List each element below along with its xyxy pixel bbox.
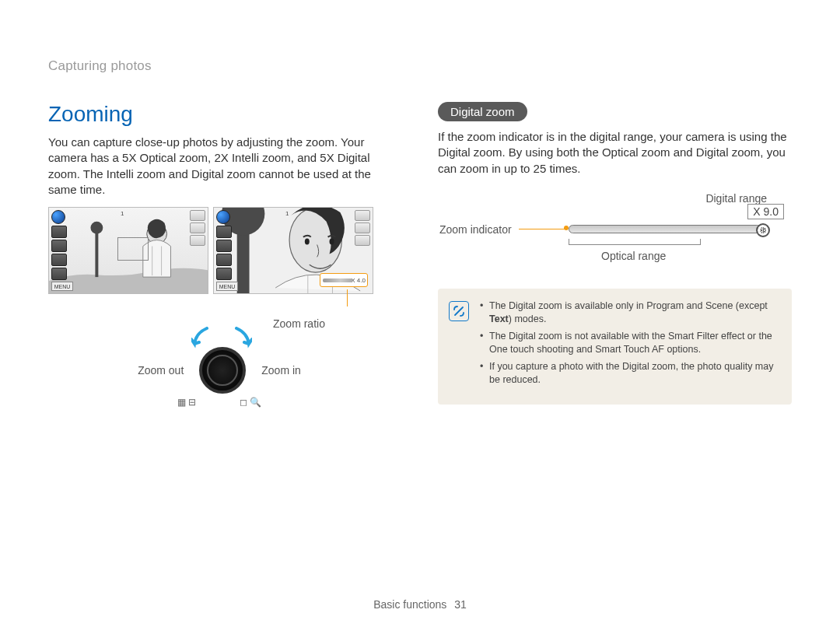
zoom-ratio-box: X 4.0: [320, 273, 368, 287]
shot-count: 1: [285, 210, 289, 217]
mode-icon: [216, 210, 230, 224]
note-list: The Digital zoom is available only in Pr…: [480, 299, 778, 391]
timer-icon: [216, 254, 232, 266]
mode-icon: [51, 210, 65, 224]
memory-icon: [190, 222, 205, 233]
footer-section: Basic functions: [373, 598, 446, 611]
note-bold: Text: [489, 313, 509, 324]
option-icon: [355, 235, 370, 246]
zoom-value-box: X 9.0: [747, 204, 784, 219]
note-text: The Digital zoom is not available with t…: [489, 331, 772, 356]
zoom-in-glyph-icon: ◻ 🔍: [240, 397, 261, 408]
zoom-bar: X 9.0: [569, 225, 761, 233]
menu-button: MENU: [51, 282, 73, 291]
leader-line: [347, 289, 348, 306]
svg-point-8: [305, 239, 310, 245]
arrow-left-icon: [191, 327, 210, 349]
camera-screen-zoomed: 1 MENU X 4.0: [213, 207, 373, 294]
footer-page-number: 31: [454, 598, 467, 611]
svg-rect-1: [95, 231, 98, 277]
optical-bracket: [569, 239, 701, 245]
flash-icon: [216, 226, 232, 238]
leader-line: [519, 229, 565, 230]
memory-icon: [355, 222, 370, 233]
zoom-out-glyph-icon: ▦ ⊟: [177, 397, 196, 408]
left-column: Zooming You can capture close-up photos …: [48, 102, 402, 408]
digital-range-label: Digital range: [705, 192, 767, 205]
battery-icon: [355, 210, 370, 221]
zoom-indicator-label: Zoom indicator: [439, 223, 512, 236]
camera-screenshots: 1 MENU: [48, 207, 402, 294]
note-item: The Digital zoom is available only in Pr…: [480, 299, 778, 327]
zoom-knob-icon: [756, 223, 770, 237]
optical-range-label: Optical range: [601, 250, 666, 262]
note-text: ) modes.: [509, 313, 547, 324]
section-heading: Zooming: [48, 102, 402, 127]
intro-paragraph: You can capture close-up photos by adjus…: [48, 135, 402, 198]
ev-icon: [51, 268, 67, 280]
note-text: If you capture a photo with the Digital …: [489, 361, 774, 386]
arrow-right-icon: [233, 327, 252, 349]
breadcrumb: Capturing photos: [48, 58, 792, 74]
af-icon: [216, 240, 232, 252]
zoom-ratio-value: X 4.0: [351, 277, 366, 284]
note-item: If you capture a photo with the Digital …: [480, 360, 778, 387]
lens-diagram: Zoom out Zoom in: [95, 347, 344, 394]
timer-icon: [51, 254, 67, 266]
note-box: The Digital zoom is available only in Pr…: [438, 289, 792, 405]
page-footer: Basic functions 31: [0, 598, 840, 611]
option-icon: [190, 235, 205, 246]
focus-box: [117, 237, 149, 261]
note-icon: [449, 301, 469, 321]
note-text: The Digital zoom is available only in Pr…: [489, 300, 768, 311]
svg-point-9: [330, 239, 334, 245]
note-item: The Digital zoom is not available with t…: [480, 330, 778, 357]
zoom-indicator-diagram: Digital range Zoom indicator X 9.0 Optic…: [485, 192, 787, 270]
ev-icon: [216, 268, 232, 280]
right-column: Digital zoom If the zoom indicator is in…: [438, 102, 792, 408]
zoom-out-label: Zoom out: [138, 364, 184, 377]
menu-button: MENU: [216, 282, 238, 291]
zoom-in-label: Zoom in: [261, 364, 301, 377]
af-icon: [51, 240, 67, 252]
lens-ring-icon: [199, 347, 246, 394]
shot-count: 1: [121, 210, 124, 217]
digital-zoom-pill: Digital zoom: [438, 102, 527, 121]
flash-icon: [51, 226, 67, 238]
digital-zoom-paragraph: If the zoom indicator is in the digital …: [438, 129, 792, 177]
battery-icon: [190, 210, 205, 221]
zoom-ratio-label: Zoom ratio: [196, 317, 402, 330]
svg-point-2: [90, 222, 103, 234]
camera-screen-wide: 1 MENU: [48, 207, 208, 294]
